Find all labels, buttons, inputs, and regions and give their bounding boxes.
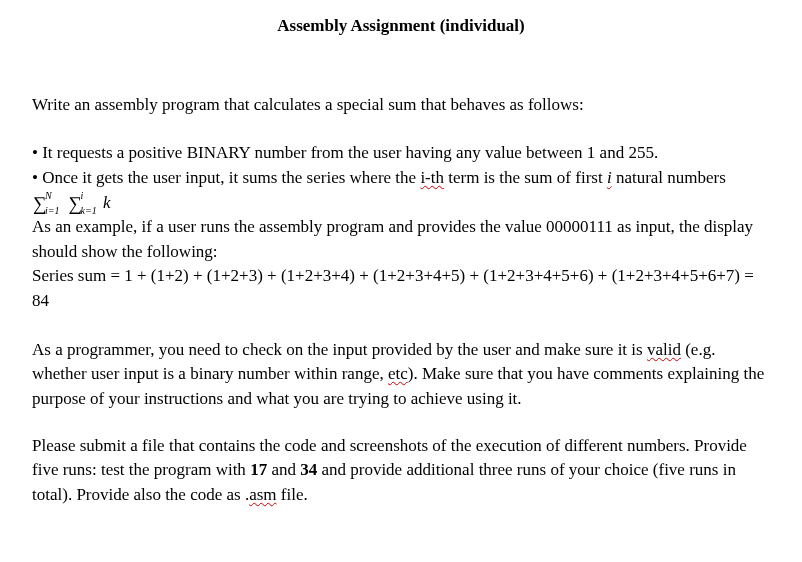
- instruction-block: • It requests a positive BINARY number f…: [32, 141, 770, 313]
- spellcheck-underline-etc: etc: [388, 364, 408, 383]
- submit-text-post: file.: [277, 485, 308, 504]
- validity-paragraph: As a programmer, you need to check on th…: [32, 338, 770, 412]
- sigma-sup-2: i: [81, 191, 84, 201]
- example-description: As an example, if a user runs the assemb…: [32, 215, 770, 264]
- sigma-sub-1: i=1: [45, 206, 60, 216]
- sigma-sup-1: N: [45, 191, 52, 201]
- submit-value-17: 17: [250, 460, 267, 479]
- bullet2-text-mid: term is the sum of first: [444, 168, 607, 187]
- submit-text-and: and: [267, 460, 300, 479]
- formula-var-k: k: [103, 193, 111, 212]
- bullet-item-1: • It requests a positive BINARY number f…: [32, 141, 770, 166]
- spellcheck-underline-ith: i-th: [420, 168, 444, 187]
- validity-text-pre: As a programmer, you need to check on th…: [32, 340, 647, 359]
- sigma-sub-2: k=1: [81, 206, 97, 216]
- spellcheck-underline-asm: asm: [249, 485, 276, 504]
- intro-paragraph: Write an assembly program that calculate…: [32, 93, 770, 118]
- bullet-item-2: • Once it gets the user input, it sums t…: [32, 166, 770, 215]
- sigma-outer: ∑Ni=1: [33, 194, 47, 213]
- submission-paragraph: Please submit a file that contains the c…: [32, 434, 770, 508]
- spellcheck-underline-valid: valid: [647, 340, 681, 359]
- document-title: Assembly Assignment (individual): [32, 14, 770, 39]
- submit-value-34: 34: [300, 460, 317, 479]
- example-series: Series sum = 1 + (1+2) + (1+2+3) + (1+2+…: [32, 264, 770, 313]
- bullet2-text-pre: • Once it gets the user input, it sums t…: [32, 168, 420, 187]
- bullet2-text-post: natural numbers: [612, 168, 726, 187]
- math-formula: ∑Ni=1∑ik=1k: [32, 194, 111, 214]
- sigma-inner: ∑ik=1: [69, 194, 83, 213]
